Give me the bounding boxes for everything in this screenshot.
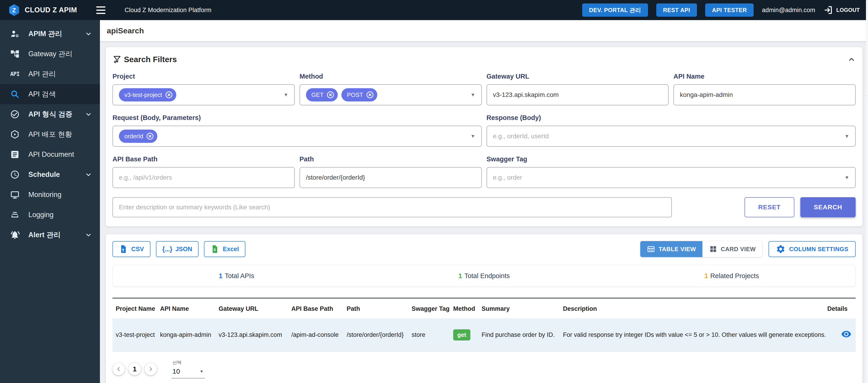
page-title: apiSearch — [107, 26, 144, 35]
filter-swagger-tag: Swagger Tag ▼ — [487, 155, 856, 188]
method-label: Method — [300, 73, 482, 80]
results-stats-bar: 1Total APIs 1Total Endpoints 1Related Pr… — [113, 265, 856, 287]
sidebar-item-api-document[interactable]: API Document — [0, 145, 100, 164]
stat-label: Total Endpoints — [464, 272, 510, 280]
stat-related-projects: 1Related Projects — [608, 272, 856, 280]
sidebar-item-label: Monitoring — [28, 191, 62, 199]
card-view-label: CARD VIEW — [721, 246, 756, 253]
path-input[interactable] — [306, 174, 475, 181]
chip-label: v3-test-project — [124, 91, 162, 98]
col-api-name: API Name — [160, 298, 219, 319]
main-area: apiSearch Search Filters Project — [100, 20, 868, 383]
response-input[interactable] — [493, 132, 839, 140]
chevron-up-icon[interactable] — [847, 55, 856, 64]
export-csv-button[interactable]: CSV — [113, 241, 151, 257]
logout-label: LOGOUT — [836, 7, 860, 13]
page-scrollbar[interactable] — [866, 0, 868, 383]
filter-api-base-path: API Base Path — [113, 155, 295, 188]
cell-swagger-tag: store — [411, 318, 453, 352]
cell-path: /store/order/{orderId} — [347, 318, 411, 352]
sidebar-item-apim-admin[interactable]: APIM 관리 — [0, 24, 100, 44]
gateway-url-input[interactable] — [493, 91, 662, 98]
sidebar-item-label: Schedule — [28, 170, 60, 179]
remove-circle-icon[interactable] — [165, 91, 173, 99]
chevron-down-icon[interactable] — [85, 110, 92, 118]
view-toggle: TABLE VIEW CARD VIEW — [640, 241, 762, 257]
logout-button[interactable]: LOGOUT — [824, 5, 860, 15]
col-method: Method — [453, 298, 482, 319]
column-settings-button[interactable]: COLUMN SETTINGS — [769, 241, 856, 257]
search-icon — [10, 89, 20, 99]
filter-grid: Project v3-test-project ▼ Method — [113, 73, 856, 188]
dev-portal-button[interactable]: DEV. PORTAL 관리 — [582, 3, 648, 17]
card-view-button[interactable]: CARD VIEW — [703, 241, 762, 257]
chevron-down-icon[interactable] — [85, 171, 92, 178]
chip-label: POST — [347, 91, 363, 98]
rest-api-button[interactable]: REST API — [656, 3, 697, 17]
cell-api-name: konga-apim-admin — [160, 318, 219, 352]
check-circle-icon — [10, 109, 20, 120]
request-select[interactable]: orderId ▼ — [113, 126, 482, 147]
monitor-icon — [10, 189, 20, 200]
prev-page-button[interactable] — [113, 363, 125, 375]
reset-button[interactable]: RESET — [745, 197, 794, 217]
response-select[interactable]: ▼ — [487, 126, 856, 147]
sidebar-item-api-admin[interactable]: API API 관리 — [0, 64, 100, 84]
chevron-down-icon[interactable] — [85, 231, 92, 238]
remove-circle-icon[interactable] — [146, 132, 154, 140]
method-chip-get: GET — [306, 88, 338, 101]
view-details-button[interactable] — [841, 329, 851, 339]
filter-project: Project v3-test-project ▼ — [113, 73, 295, 105]
chevron-down-icon[interactable] — [85, 30, 92, 37]
cell-summary: Find purchase order by ID. — [482, 318, 563, 352]
svg-text:Z: Z — [12, 7, 16, 13]
sidebar-item-monitoring[interactable]: Monitoring — [0, 185, 100, 205]
results-table: Project Name API Name Gateway URL API Ba… — [113, 298, 856, 352]
sidebar-item-logging[interactable]: Logging — [0, 205, 100, 225]
export-json-button[interactable]: {...} JSON — [156, 241, 199, 257]
sidebar-item-gateway-admin[interactable]: Gateway 관리 — [0, 44, 100, 64]
excel-file-icon: X — [210, 245, 219, 254]
api-tester-button[interactable]: API TESTER — [705, 3, 754, 17]
table-view-button[interactable]: TABLE VIEW — [640, 241, 702, 257]
stat-total-endpoints: 1Total Endpoints — [360, 272, 608, 280]
chip-label: orderId — [124, 133, 143, 140]
filter-method: Method GET POST — [300, 73, 482, 105]
caret-down-icon: ▼ — [199, 369, 204, 374]
sidebar-item-schedule[interactable]: Schedule — [0, 164, 100, 185]
path-fieldbox — [300, 167, 482, 188]
project-select[interactable]: v3-test-project ▼ — [113, 84, 295, 105]
logging-icon — [10, 210, 20, 220]
cell-gateway-url: v3-123.api.skapim.com — [219, 318, 291, 352]
scrollbar-thumb[interactable] — [866, 0, 868, 96]
swagger-tag-input[interactable] — [493, 174, 839, 181]
filter-response: Response (Body) ▼ — [487, 114, 856, 147]
platform-title: Cloud Z Modernization Platform — [125, 7, 212, 14]
filter-actions: RESET SEARCH — [113, 197, 856, 217]
json-braces-icon: {...} — [162, 245, 172, 253]
caret-down-icon: ▼ — [471, 133, 475, 139]
page-number-button[interactable]: 1 — [128, 363, 141, 375]
per-page-select[interactable]: 선택 10 ▼ — [172, 359, 205, 378]
remove-circle-icon[interactable] — [326, 91, 335, 99]
api-base-path-input[interactable] — [119, 174, 288, 181]
brand-text: CLOUD Z APIM — [25, 6, 77, 14]
method-select[interactable]: GET POST ▼ — [300, 84, 482, 105]
menu-icon[interactable] — [95, 5, 107, 15]
sidebar-item-api-deploy-status[interactable]: API 배포 현황 — [0, 124, 100, 145]
export-excel-button[interactable]: X Excel — [204, 241, 245, 257]
next-page-button[interactable] — [145, 363, 157, 375]
remove-circle-icon[interactable] — [366, 91, 374, 99]
keyword-input[interactable] — [119, 203, 665, 211]
sidebar-item-api-validation[interactable]: API 형식 검증 — [0, 104, 100, 124]
chevron-right-icon — [148, 366, 154, 372]
sidebar-item-alert-admin[interactable]: Alert 관리 — [0, 225, 100, 245]
search-button[interactable]: SEARCH — [800, 197, 856, 217]
sidebar-item-api-search[interactable]: API 검색 — [0, 84, 100, 104]
table-row[interactable]: v3-test-project konga-apim-admin v3-123.… — [113, 318, 856, 352]
per-page-value: 10 — [173, 368, 180, 375]
swagger-tag-select[interactable]: ▼ — [487, 167, 856, 188]
cell-api-base-path: /apim-ad-console — [291, 318, 347, 352]
stat-value: 1 — [704, 272, 708, 280]
api-name-input[interactable] — [680, 91, 849, 98]
